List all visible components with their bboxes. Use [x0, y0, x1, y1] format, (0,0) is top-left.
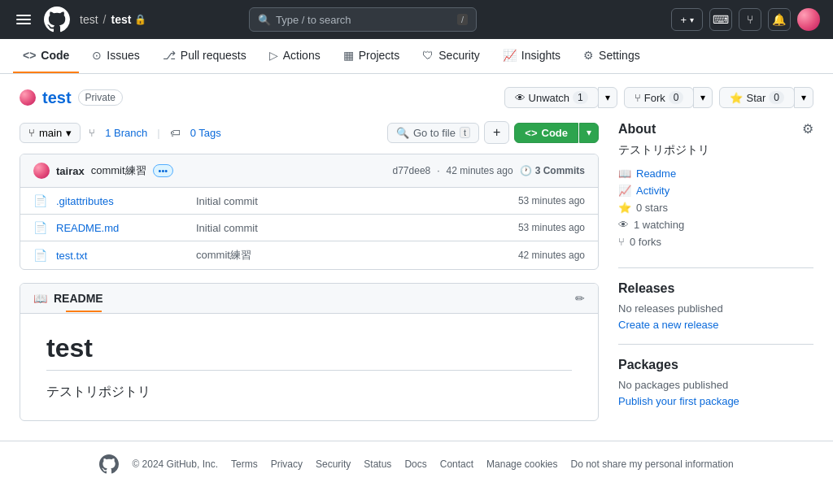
about-title: About — [618, 122, 656, 137]
hamburger-menu[interactable] — [13, 11, 34, 28]
star-icon-2: ⭐ — [618, 202, 631, 214]
tab-code-label: Code — [41, 49, 69, 62]
readme-link[interactable]: Readme — [636, 167, 676, 180]
file-name-testtxt[interactable]: test.txt — [56, 250, 186, 262]
add-file-button[interactable]: + — [484, 121, 509, 144]
readme-header: 📖 README ✏ — [20, 284, 598, 314]
releases-text: No releases published — [618, 302, 813, 315]
slash-shortcut: / — [457, 14, 468, 25]
tab-code[interactable]: <> Code — [13, 39, 79, 73]
footer-contact-link[interactable]: Contact — [440, 458, 473, 470]
tag-icon: 🏷 — [170, 127, 181, 139]
terminal-icon: ⌨ — [713, 13, 729, 26]
branch-name: main — [39, 127, 62, 139]
commit-author[interactable]: tairax — [56, 165, 85, 177]
activity-link[interactable]: Activity — [636, 185, 669, 197]
repo-name-label[interactable]: test — [111, 13, 131, 26]
code-dropdown-button[interactable]: ▾ — [579, 123, 599, 143]
repo-header: test Private 👁 Unwatch 1 ▾ ⑂ Fork 0 ▾ ⭐ … — [0, 74, 833, 121]
fork-button[interactable]: ⑂ Fork 0 — [624, 87, 695, 108]
lock-icon: 🔒 — [134, 14, 146, 25]
navbar: test / test 🔒 🔍 Type / to search / + ▾ ⌨… — [0, 0, 833, 39]
search-bar[interactable]: 🔍 Type / to search / — [249, 7, 477, 32]
clock-icon: 🕐 — [520, 165, 532, 176]
footer-privacy-data-link[interactable]: Do not share my personal information — [570, 458, 733, 470]
readme-section: 📖 README ✏ test テストリポジトリ — [20, 283, 599, 421]
tab-insights[interactable]: 📈 Insights — [493, 39, 570, 73]
tab-insights-label: Insights — [521, 49, 560, 62]
tab-issues[interactable]: ⊙ Issues — [82, 39, 149, 73]
star-button[interactable]: ⭐ Star 0 — [719, 87, 795, 108]
footer-copyright: © 2024 GitHub, Inc. — [132, 458, 218, 470]
section-divider — [618, 267, 813, 268]
user-avatar[interactable] — [797, 8, 820, 31]
readme-content: test テストリポジトリ — [20, 314, 598, 420]
commits-count-label: 3 Commits — [535, 165, 585, 176]
file-icon-2: 📄 — [33, 221, 46, 234]
star-dropdown-button[interactable]: ▾ — [794, 87, 813, 108]
plus-icon-2: + — [493, 125, 500, 140]
commit-hash[interactable]: d77dee8 — [393, 165, 431, 176]
readme-edit-button[interactable]: ✏ — [575, 292, 585, 305]
about-links: 📖 Readme 📈 Activity ⭐ 0 stars 👁 1 watchi… — [618, 167, 813, 248]
tab-pull-requests[interactable]: ⎇ Pull requests — [153, 39, 256, 73]
branch-selector[interactable]: ⑂ main ▾ — [20, 123, 81, 143]
list-item: 👁 1 watching — [618, 219, 813, 231]
file-time-readme: 53 minutes ago — [518, 222, 585, 233]
commits-link[interactable]: 🕐 3 Commits — [520, 165, 585, 176]
pr-tab-icon: ⎇ — [163, 49, 176, 62]
tab-projects[interactable]: ▦ Projects — [334, 39, 410, 73]
fork-dropdown-button[interactable]: ▾ — [693, 87, 713, 108]
github-logo[interactable] — [44, 7, 70, 33]
footer-security-link[interactable]: Security — [316, 458, 351, 470]
unwatch-button[interactable]: 👁 Unwatch 1 — [504, 87, 599, 108]
footer-privacy-link[interactable]: Privacy — [271, 458, 303, 470]
footer-docs-link[interactable]: Docs — [404, 458, 426, 470]
tab-security[interactable]: 🛡 Security — [412, 39, 490, 73]
footer-cookies-link[interactable]: Manage cookies — [486, 458, 557, 470]
file-name-readme[interactable]: README.md — [56, 222, 186, 234]
tab-actions[interactable]: ▷ Actions — [259, 39, 330, 73]
copilot-button[interactable]: ⌨ — [709, 8, 732, 31]
repo-separator: / — [103, 13, 107, 26]
publish-package-link[interactable]: Publish your first package — [618, 395, 739, 407]
code-button[interactable]: <> Code — [514, 123, 578, 143]
chevron-down-icon: ▾ — [66, 127, 72, 139]
tab-settings[interactable]: ⚙ Settings — [574, 39, 650, 73]
unwatch-label: Unwatch — [529, 92, 570, 104]
file-table: tairax commit練習 ••• d77dee8 · 42 minutes… — [20, 154, 599, 270]
bell-icon: 🔔 — [772, 13, 786, 26]
file-icon: 📄 — [33, 194, 46, 207]
branch-bar: ⑂ main ▾ ⑂ 1 Branch | 🏷 0 Tags 🔍 Go to f… — [20, 121, 599, 144]
go-to-file-button[interactable]: 🔍 Go to file t — [387, 123, 479, 143]
list-item: ⑂ 0 forks — [618, 236, 813, 248]
create-release-link[interactable]: Create a new release — [618, 319, 719, 331]
readme-description: テストリポジトリ — [46, 384, 572, 401]
star-icon: ⭐ — [730, 92, 743, 104]
footer-status-link[interactable]: Status — [364, 458, 391, 470]
book-icon-2: 📖 — [618, 167, 631, 180]
tab-projects-label: Projects — [359, 49, 400, 62]
tab-settings-label: Settings — [599, 49, 640, 62]
new-button[interactable]: + ▾ — [671, 8, 703, 31]
pull-requests-nav-button[interactable]: ⑂ — [739, 8, 761, 31]
file-name-gitattributes[interactable]: .gitattributes — [56, 195, 186, 207]
repo-owner-label[interactable]: test — [80, 13, 98, 26]
list-item: 📖 Readme — [618, 167, 813, 180]
file-commit-msg-testtxt: commit練習 — [196, 248, 508, 263]
notifications-button[interactable]: 🔔 — [768, 8, 791, 31]
repo-path: test / test 🔒 — [80, 13, 146, 26]
tag-count-link[interactable]: 0 Tags — [190, 127, 221, 139]
about-section: About ⚙ テストリポジトリ 📖 Readme 📈 Activity ⭐ 0… — [618, 121, 813, 248]
code-label: Code — [542, 127, 569, 139]
table-row: 📄 .gitattributes Initial commit 53 minut… — [20, 188, 598, 215]
tab-security-label: Security — [438, 49, 480, 62]
unwatch-dropdown-button[interactable]: ▾ — [598, 87, 617, 108]
readme-title: README — [54, 292, 103, 305]
projects-tab-icon: ▦ — [343, 49, 354, 62]
about-settings-icon[interactable]: ⚙ — [802, 121, 813, 137]
go-to-file-label: Go to file — [413, 127, 456, 139]
repo-title[interactable]: test — [42, 89, 72, 107]
footer-terms-link[interactable]: Terms — [231, 458, 258, 470]
branch-count-link[interactable]: 1 Branch — [105, 127, 147, 139]
